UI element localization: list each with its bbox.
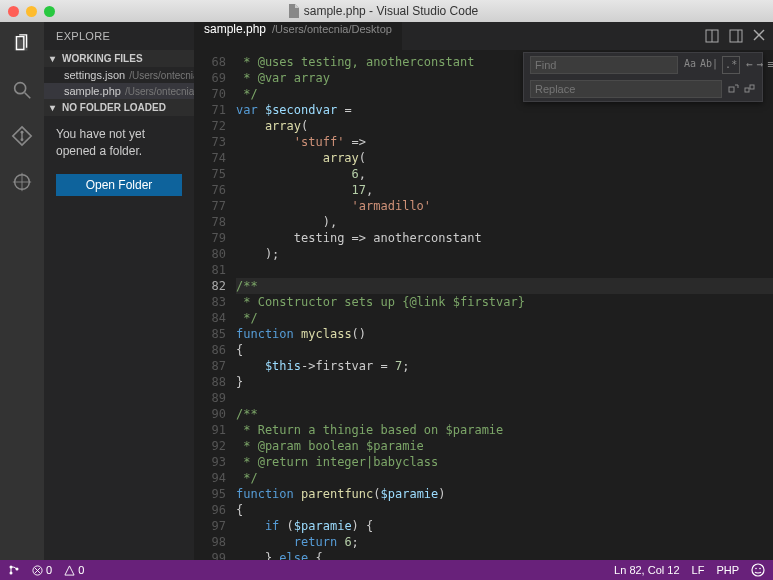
eol-indicator[interactable]: LF: [692, 564, 705, 576]
match-case-toggle[interactable]: Aa: [684, 56, 696, 74]
tab-bar: sample.php /Users/ontecnia/Desktop: [194, 22, 773, 50]
window-title: sample.php - Visual Studio Code: [304, 4, 479, 18]
no-folder-text: You have not yet opened a folder.: [44, 116, 194, 170]
close-editor-icon[interactable]: [753, 29, 765, 43]
chevron-down-icon: ▾: [50, 53, 58, 64]
status-bar: 0 0 Ln 82, Col 12 LF PHP: [0, 560, 773, 580]
line-gutter: 6869707172737475767778798081828384858687…: [194, 50, 236, 560]
whole-word-toggle[interactable]: Ab|: [700, 56, 718, 74]
zoom-window-button[interactable]: [44, 6, 55, 17]
feedback-icon[interactable]: [751, 563, 765, 577]
editor-tab[interactable]: sample.php /Users/ontecnia/Desktop: [194, 22, 402, 50]
file-name: settings.json: [64, 69, 125, 81]
replace-all-icon[interactable]: [744, 83, 756, 95]
editor-area: sample.php /Users/ontecnia/Desktop 68697…: [194, 22, 773, 560]
next-match-icon[interactable]: →: [757, 57, 764, 73]
svg-rect-14: [729, 87, 734, 92]
prev-match-icon[interactable]: ←: [746, 57, 753, 73]
window-titlebar: sample.php - Visual Studio Code: [0, 0, 773, 22]
cursor-position[interactable]: Ln 82, Col 12: [614, 564, 679, 576]
document-icon: [288, 4, 300, 18]
working-files-header[interactable]: ▾ WORKING FILES: [44, 50, 194, 67]
svg-point-0: [15, 83, 26, 94]
minimize-window-button[interactable]: [26, 6, 37, 17]
activity-bar: [0, 22, 44, 560]
close-window-button[interactable]: [8, 6, 19, 17]
find-in-selection-icon[interactable]: ≡: [767, 57, 773, 73]
code-editor[interactable]: 6869707172737475767778798081828384858687…: [194, 50, 773, 560]
more-icon[interactable]: [729, 29, 743, 43]
regex-toggle[interactable]: .*: [722, 56, 740, 74]
file-name: sample.php: [64, 85, 121, 97]
git-icon[interactable]: [10, 124, 34, 148]
svg-point-25: [759, 568, 761, 570]
language-mode[interactable]: PHP: [716, 564, 739, 576]
svg-point-24: [755, 568, 757, 570]
svg-rect-16: [750, 85, 754, 89]
replace-one-icon[interactable]: [728, 83, 740, 95]
debug-icon[interactable]: [10, 170, 34, 194]
svg-point-23: [752, 564, 764, 576]
replace-input[interactable]: [530, 80, 722, 98]
working-file-item[interactable]: sample.php /Users/ontecnia/...: [44, 83, 194, 99]
tab-filepath: /Users/ontecnia/Desktop: [272, 23, 392, 35]
split-editor-icon[interactable]: [705, 29, 719, 43]
warning-count[interactable]: 0: [64, 564, 84, 576]
tab-filename: sample.php: [204, 22, 266, 36]
svg-rect-10: [730, 30, 742, 42]
chevron-down-icon: ▾: [50, 102, 58, 113]
sidebar-explorer: EXPLORE ▾ WORKING FILES settings.json /U…: [44, 22, 194, 560]
file-path: /Users/ontecnia/...: [129, 70, 194, 81]
working-files-label: WORKING FILES: [62, 53, 143, 64]
svg-line-1: [25, 93, 31, 99]
file-path: /Users/ontecnia/...: [125, 86, 194, 97]
working-file-item[interactable]: settings.json /Users/ontecnia/...: [44, 67, 194, 83]
no-folder-label: NO FOLDER LOADED: [62, 102, 166, 113]
svg-rect-15: [745, 88, 749, 92]
open-folder-button[interactable]: Open Folder: [56, 174, 182, 196]
explorer-icon[interactable]: [10, 32, 34, 56]
git-branch-status[interactable]: [8, 564, 20, 576]
error-count[interactable]: 0: [32, 564, 52, 576]
no-folder-header[interactable]: ▾ NO FOLDER LOADED: [44, 99, 194, 116]
search-icon[interactable]: [10, 78, 34, 102]
find-replace-panel: Aa Ab| .* ← → ≡ ✕: [523, 52, 763, 102]
sidebar-title: EXPLORE: [44, 22, 194, 50]
find-input[interactable]: [530, 56, 678, 74]
code-content[interactable]: * @uses testing, anotherconstant * @var …: [236, 50, 773, 560]
